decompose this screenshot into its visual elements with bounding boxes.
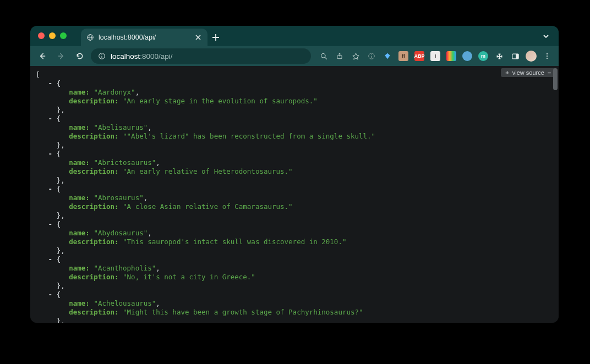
extension-m[interactable]: m xyxy=(476,49,490,63)
extension-abp[interactable]: ABP xyxy=(412,49,427,63)
dots-vertical-icon xyxy=(543,52,551,60)
zoom-button[interactable] xyxy=(316,49,331,63)
window-minimize-button[interactable] xyxy=(49,32,56,39)
diamond-icon xyxy=(383,51,392,61)
view-source-toggle[interactable]: + view source – xyxy=(501,68,555,77)
rainbow-icon xyxy=(446,51,456,61)
tab-strip: localhost:8000/api/ xyxy=(30,26,559,46)
i-icon: I xyxy=(430,51,440,61)
address-bar[interactable]: localhost:8000/api/ xyxy=(91,48,311,64)
svg-point-19 xyxy=(371,54,372,55)
info-icon xyxy=(98,52,106,60)
browser-toolbar: localhost:8000/api/ xyxy=(30,46,559,66)
arrow-right-icon xyxy=(57,52,65,60)
new-tab-button[interactable] xyxy=(207,29,224,46)
globe-icon xyxy=(86,34,94,41)
nav-forward-button[interactable] xyxy=(53,48,69,64)
share-button[interactable] xyxy=(332,49,347,63)
extension-i[interactable]: I xyxy=(428,49,442,63)
plus-icon xyxy=(212,34,220,41)
chevron-down-icon xyxy=(542,32,550,40)
svg-point-12 xyxy=(321,53,325,58)
side-panel-button[interactable] xyxy=(508,49,522,63)
scrollbar-thumb[interactable] xyxy=(553,68,558,90)
extension-rainbow[interactable] xyxy=(444,49,458,63)
view-source-label: view source xyxy=(512,69,544,76)
window-close-button[interactable] xyxy=(38,32,45,39)
svg-marker-16 xyxy=(352,53,358,59)
site-info-button[interactable] xyxy=(97,52,106,60)
extension-gem[interactable] xyxy=(380,49,395,63)
panel-icon xyxy=(511,52,520,60)
puzzle-icon xyxy=(495,52,504,60)
abp-icon: ABP xyxy=(414,51,424,61)
star-icon xyxy=(352,52,360,60)
bookmark-button[interactable] xyxy=(348,49,363,63)
circle-o-icon xyxy=(462,51,472,61)
extensions-puzzle-button[interactable] xyxy=(492,49,506,63)
extension-info[interactable] xyxy=(364,49,379,63)
svg-point-23 xyxy=(547,53,548,54)
extension-fl[interactable]: fl xyxy=(396,49,411,63)
svg-point-24 xyxy=(547,56,548,57)
magnify-icon xyxy=(320,52,328,60)
url-text: localhost:8000/api/ xyxy=(111,52,173,60)
info-icon xyxy=(368,52,375,60)
toolbar-actions: fl ABP I m xyxy=(316,49,554,63)
svg-point-25 xyxy=(547,58,548,59)
window-zoom-button[interactable] xyxy=(60,32,67,39)
svg-line-13 xyxy=(325,57,326,59)
profile-button[interactable] xyxy=(524,49,538,63)
collapse-icon: – xyxy=(548,69,551,76)
circle-m-icon: m xyxy=(478,51,488,61)
browser-window: localhost:8000/api/ xyxy=(30,26,559,323)
browser-tab[interactable]: localhost:8000/api/ xyxy=(81,29,207,46)
avatar-icon xyxy=(526,51,537,62)
svg-rect-22 xyxy=(516,54,518,59)
close-icon xyxy=(195,35,201,40)
nav-back-button[interactable] xyxy=(35,48,50,64)
tabs-menu-button[interactable] xyxy=(541,31,551,41)
square-icon: fl xyxy=(398,51,408,61)
expand-icon: + xyxy=(505,69,509,76)
json-viewer[interactable]: [ - { name: "Aardonyx", description: "An… xyxy=(30,66,559,323)
extension-o[interactable] xyxy=(460,49,474,63)
reload-icon xyxy=(75,52,84,60)
window-controls xyxy=(38,32,67,39)
svg-point-11 xyxy=(101,54,102,55)
tab-close-button[interactable] xyxy=(194,34,202,41)
share-icon xyxy=(336,52,343,60)
svg-marker-20 xyxy=(385,53,390,59)
tab-title: localhost:8000/api/ xyxy=(99,34,190,41)
kebab-menu-button[interactable] xyxy=(540,49,554,63)
arrow-left-icon xyxy=(38,52,47,60)
nav-reload-button[interactable] xyxy=(72,48,88,64)
page-content: + view source – [ - { name: "Aardonyx", … xyxy=(30,66,559,323)
